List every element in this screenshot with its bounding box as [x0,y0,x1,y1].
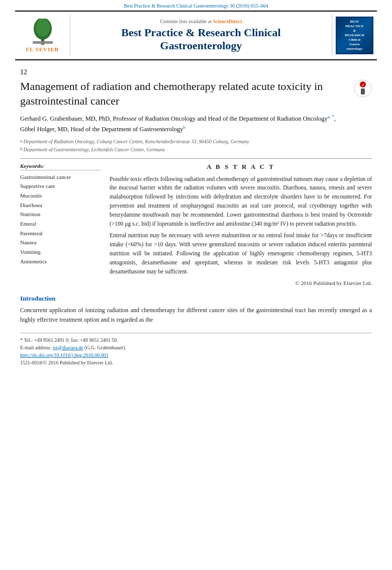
introduction-title: Introduction [20,295,372,303]
footnote-doi: http://dx.doi.org/10.1016/j.bpg.2016.06.… [20,351,372,359]
journal-name: Best Practice & Research Clinical Gastro… [121,26,280,53]
abstract-title: A B S T R A C T [110,163,372,171]
sciencedirect-label: Contents lists available at [160,19,211,24]
abstract-col: A B S T R A C T Possible toxic effects f… [110,163,372,288]
affiliation-b: b Department of Gastroenterology, Lichte… [20,146,372,153]
affiliation-block: a Department of Radiation Oncology, Cobu… [20,138,372,153]
svg-rect-3 [33,41,53,44]
article-title: Management of radiation and chemotherapy… [20,79,349,108]
keyword-diarrhoea: Diarrhoea [20,201,101,210]
elsevier-tree-icon [28,19,58,46]
abstract-paragraph1: Possible toxic effects following radiati… [110,175,372,229]
copyright-line: © 2016 Published by Elsevier Ltd. [110,279,372,288]
article-title-row: Management of radiation and chemotherapy… [20,79,372,108]
footnote-email-suffix: (G.G. Grabenbauer). [84,345,126,350]
intro-paragraph: Concurrent application of ionizing radia… [20,307,372,323]
affil-sup-b: b [20,146,23,153]
keyword-nutrition: Nutrition [20,210,101,219]
keywords-col: Keywords: Gastrointestinal cancer Suppor… [20,163,101,288]
journal-name-line2: Gastroenterology [160,39,242,52]
affil-text-a: Department of Radiation Oncology, Coburg… [24,138,249,145]
keyword-gastrointestinal: Gastrointestinal cancer [20,172,101,182]
footnote-section: * Tel.: +49 9561 2491 0; fax: +49 9651 2… [20,333,372,366]
journal-bar-text: Best Practice & Research Clinical Gastro… [124,3,268,9]
svg-rect-7 [361,88,365,94]
affiliation-a: a Department of Radiation Oncology, Cobu… [20,138,372,145]
journal-logo-box: BESTPRACTICE&RESEARCHClinicalGastroenter… [336,17,373,54]
affil-sup-a: a [20,138,23,145]
journal-logo-right: BESTPRACTICE&RESEARCHClinicalGastroenter… [332,15,377,56]
svg-text:✓: ✓ [361,83,365,87]
keyword-vomiting: Vomiting [20,247,101,257]
content-area: 12 Management of radiation and chemother… [0,60,392,371]
journal-header: FL SEVIER Contents lists available at Sc… [15,11,377,60]
journal-name-line1: Best Practice & Research Clinical [121,26,280,39]
introduction-section: Introduction Concurrent application of i… [20,295,372,324]
keyword-parenteral: Parenteral [20,229,101,238]
keyword-enteral: Enteral [20,219,101,229]
keyword-supportive: Supportive care [20,181,101,191]
keyword-antiemetics: Antiemetics [20,257,101,266]
footnote-doi-link[interactable]: http://dx.doi.org/10.1016/j.bpg.2016.06.… [20,352,109,358]
article-number: 12 [20,65,372,76]
svg-point-2 [36,19,50,37]
journal-title-center: Contents lists available at ScienceDirec… [70,15,332,56]
footnote-issn: 1521-6918/© 2016 Published by Elsevier L… [20,359,372,366]
author1-sup: a, * [328,114,334,119]
abstract-text: Possible toxic effects following radiati… [110,175,372,288]
abstract-paragraph2: Enteral nutrition may be necessary with … [110,231,372,276]
sciencedirect-link[interactable]: ScienceDirect [213,19,242,24]
introduction-text: Concurrent application of ionizing radia… [20,306,372,324]
footnote-email[interactable]: gg@diacura.de [53,345,83,350]
authors-block: Gerhard G. Grabenbauer, MD, PhD, Profess… [20,113,372,134]
two-col-layout: Keywords: Gastrointestinal cancer Suppor… [20,163,372,288]
footnote-email-line: E-mail address: gg@diacura.de (G.G. Grab… [20,344,372,351]
footnote-tel: * Tel.: +49 9561 2491 0; fax: +49 9651 2… [20,336,372,344]
affil-text-b: Department of Gastroenterology, Lichtenf… [24,146,165,153]
keyword-mucositis: Mucositis [20,191,101,201]
crossmark-icon[interactable]: ✓ [354,79,372,98]
sciencedirect-line: Contents lists available at ScienceDirec… [160,19,242,24]
keyword-nausea: Nausea [20,238,101,247]
author2-sup: b [183,125,185,130]
footnote-email-label: E-mail address: [20,345,51,350]
elsevier-logo: FL SEVIER [15,15,70,56]
elsevier-brand-text: FL SEVIER [26,46,59,52]
journal-bar: Best Practice & Research Clinical Gastro… [0,0,392,11]
author2-name: Göbel Holger, MD, Head of the Department… [20,126,183,133]
keywords-title: Keywords: [20,163,101,170]
journal-logo-text: BESTPRACTICE&RESEARCHClinicalGastroenter… [345,20,364,52]
divider [20,158,372,159]
author1-name: Gerhard G. Grabenbauer, MD, PhD, Profess… [20,115,328,122]
